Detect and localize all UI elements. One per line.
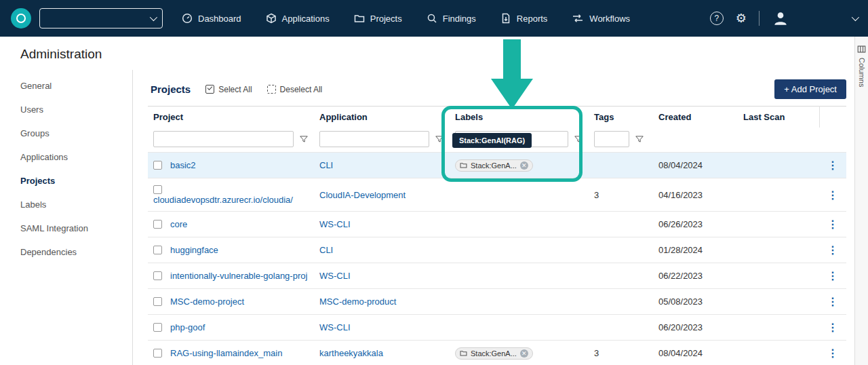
label-chip[interactable]: Stack:GenA...✕ — [455, 159, 533, 172]
application-link[interactable]: CLI — [319, 160, 333, 170]
sidebar-item-applications[interactable]: Applications — [0, 145, 132, 169]
navbar-right: ? ⚙ — [710, 9, 857, 27]
user-avatar-icon — [772, 9, 789, 27]
col-header-project[interactable]: Project — [153, 112, 183, 122]
nav-label: Reports — [517, 14, 548, 24]
project-link[interactable]: php-goof — [170, 322, 205, 332]
table-row[interactable]: RAG-using-llamaindex_main kartheekyakkal… — [148, 341, 846, 365]
created-value: 06/26/2023 — [658, 219, 703, 229]
col-header-application[interactable]: Application — [319, 112, 368, 122]
sidebar-item-groups[interactable]: Groups — [0, 121, 132, 145]
row-menu-button[interactable]: ⋮ — [825, 159, 841, 172]
filter-funnel-icon[interactable] — [635, 134, 644, 144]
nav-item-applications[interactable]: Applications — [266, 13, 330, 24]
row-checkbox[interactable] — [153, 349, 162, 358]
table-row[interactable]: cloudiadevopsdtr.azurecr.io/cloudia/ Clo… — [148, 178, 846, 212]
sidebar-item-labels[interactable]: Labels — [0, 193, 132, 216]
sidebar-item-users[interactable]: Users — [0, 98, 132, 121]
col-header-last-scan[interactable]: Last Scan — [743, 112, 785, 122]
row-checkbox[interactable] — [153, 185, 162, 194]
project-link[interactable]: RAG-using-llamaindex_main — [170, 348, 282, 358]
sidebar-item-general[interactable]: General — [0, 74, 132, 98]
filter-funnel-icon[interactable] — [435, 134, 444, 144]
nav-label: Findings — [443, 14, 476, 24]
columns-panel-toggle[interactable]: Columns — [854, 37, 868, 365]
findings-icon — [427, 13, 437, 24]
project-link[interactable]: core — [170, 219, 187, 229]
chip-remove-icon[interactable]: ✕ — [520, 349, 528, 358]
project-link[interactable]: intentionally-vulnerable-golang-proj — [170, 271, 307, 281]
application-link[interactable]: kartheekyakkala — [319, 348, 383, 358]
application-link[interactable]: MSC-demo-product — [319, 296, 396, 307]
row-menu-button[interactable]: ⋮ — [825, 321, 841, 334]
project-filter-input[interactable] — [153, 131, 294, 147]
columns-panel-label: Columns — [858, 58, 866, 87]
project-link[interactable]: MSC-demo-project — [170, 296, 244, 307]
row-checkbox[interactable] — [153, 297, 162, 306]
nav-item-findings[interactable]: Findings — [427, 13, 476, 24]
sidebar-item-dependencies[interactable]: Dependencies — [0, 240, 132, 264]
row-menu-button[interactable]: ⋮ — [825, 218, 841, 231]
nav-item-reports[interactable]: Reports — [500, 13, 548, 24]
help-icon[interactable]: ? — [710, 12, 724, 25]
folder-icon — [460, 161, 467, 169]
application-link[interactable]: WS-CLI — [319, 219, 351, 229]
table-row[interactable]: basic2 CLI Stack:GenA...✕ 08/04/2024 ⋮ — [148, 153, 846, 178]
gear-icon[interactable]: ⚙ — [736, 12, 747, 24]
row-menu-button[interactable]: ⋮ — [825, 347, 841, 360]
filter-funnel-icon[interactable] — [299, 134, 309, 144]
tags-filter-input[interactable] — [594, 131, 629, 147]
sidebar-item-projects[interactable]: Projects — [0, 169, 132, 193]
filter-funnel-icon[interactable] — [574, 134, 583, 144]
tags-value: 3 — [594, 348, 599, 358]
nav-item-projects[interactable]: Projects — [354, 13, 402, 24]
application-link[interactable]: WS-CLI — [319, 271, 351, 281]
page-title: Administration — [0, 37, 868, 70]
table-row[interactable]: core WS-CLI 06/26/2023 ⋮ — [148, 212, 846, 237]
add-project-button[interactable]: + Add Project — [774, 79, 846, 99]
col-header-tags[interactable]: Tags — [594, 112, 614, 122]
table-row[interactable]: php-goof WS-CLI 06/20/2023 ⋮ — [148, 315, 846, 341]
divider — [759, 11, 760, 26]
user-menu[interactable] — [772, 9, 857, 27]
row-menu-button[interactable]: ⋮ — [825, 189, 841, 201]
application-filter-input[interactable] — [319, 131, 429, 147]
nav-item-workflows[interactable]: Workflows — [572, 13, 630, 24]
columns-icon — [857, 45, 866, 54]
row-menu-button[interactable]: ⋮ — [825, 269, 841, 282]
applications-icon — [266, 13, 277, 24]
chip-remove-icon[interactable]: ✕ — [520, 161, 528, 170]
table-row[interactable]: MSC-demo-project MSC-demo-product 05/08/… — [148, 289, 846, 315]
tenant-selector[interactable] — [39, 8, 163, 28]
created-value: 08/04/2024 — [658, 348, 703, 358]
application-link[interactable]: WS-CLI — [319, 322, 351, 332]
label-chip[interactable]: Stack:GenA...✕ — [455, 347, 533, 360]
col-header-labels[interactable]: Labels — [455, 112, 483, 122]
col-header-created[interactable]: Created — [658, 112, 691, 122]
projects-heading: Projects — [151, 83, 191, 95]
application-link[interactable]: CLI — [319, 245, 333, 255]
row-menu-button[interactable]: ⋮ — [825, 244, 841, 256]
created-value: 06/22/2023 — [658, 271, 703, 281]
table-row[interactable]: intentionally-vulnerable-golang-proj WS-… — [148, 263, 846, 289]
chevron-down-icon — [150, 14, 157, 21]
label-tooltip: Stack:GenAI(RAG) — [452, 133, 532, 148]
deselect-all-button[interactable]: Deselect All — [267, 85, 323, 94]
project-link[interactable]: basic2 — [170, 160, 196, 170]
nav-label: Workflows — [589, 14, 630, 24]
select-all-icon — [205, 85, 214, 94]
project-link[interactable]: cloudiadevopsdtr.azurecr.io/cloudia/ — [153, 195, 293, 205]
row-menu-button[interactable]: ⋮ — [825, 295, 841, 308]
row-checkbox[interactable] — [153, 246, 162, 254]
sidebar-item-saml-integration[interactable]: SAML Integration — [0, 216, 132, 240]
application-link[interactable]: CloudIA-Development — [319, 190, 406, 200]
row-checkbox[interactable] — [153, 271, 162, 280]
row-checkbox[interactable] — [153, 323, 162, 332]
project-link[interactable]: huggingface — [170, 245, 218, 255]
table-row[interactable]: huggingface CLI 01/28/2024 ⋮ — [148, 237, 846, 263]
select-all-button[interactable]: Select All — [205, 85, 252, 94]
nav-item-dashboard[interactable]: Dashboard — [182, 13, 241, 24]
row-checkbox[interactable] — [153, 220, 162, 229]
row-checkbox[interactable] — [153, 161, 162, 170]
dashboard-icon — [182, 13, 193, 24]
